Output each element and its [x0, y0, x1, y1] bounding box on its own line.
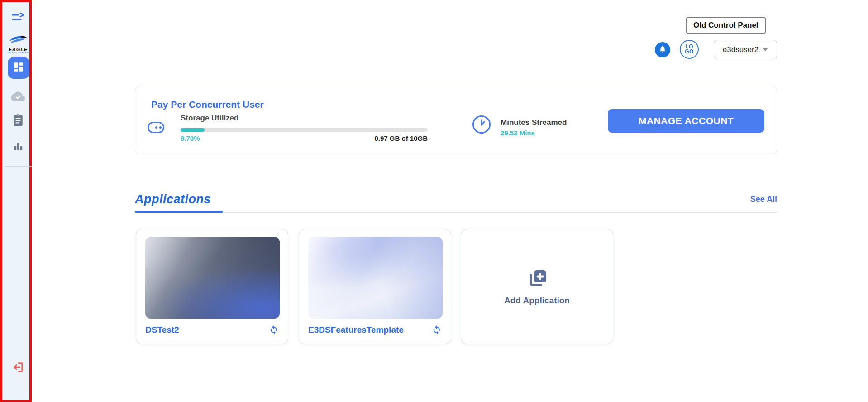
dashboard-grid-icon — [13, 61, 24, 75]
menu-expand-icon — [11, 12, 25, 24]
storage-percent-label: 9.70% — [181, 134, 200, 142]
add-application-label: Add Application — [504, 296, 570, 306]
eagle-logo[interactable]: EAGLE 3D STREAMING — [5, 32, 32, 57]
applications-divider — [135, 212, 777, 213]
eagle-swoosh-icon — [8, 34, 28, 47]
applications-section-title: Applications — [135, 192, 211, 206]
refresh-application-button[interactable] — [431, 324, 443, 336]
sidebar: EAGLE 3D STREAMING — [5, 5, 32, 402]
see-all-link[interactable]: See All — [730, 195, 777, 204]
brand-logo-badge[interactable]: LO GO — [680, 40, 699, 59]
refresh-icon — [431, 324, 442, 336]
storage-progress-fill — [181, 128, 205, 132]
sidebar-item-usage-stats[interactable] — [5, 139, 32, 155]
storage-icon — [148, 122, 164, 133]
minutes-streamed-value: 29.52 Mins — [501, 129, 535, 137]
application-name-label[interactable]: DSTest2 — [145, 325, 179, 335]
old-control-panel-button[interactable]: Old Control Panel — [686, 17, 766, 34]
storage-utilized-label: Storage Utilized — [181, 114, 238, 123]
application-name-label[interactable]: E3DSFeaturesTemplate — [308, 325, 404, 335]
sidebar-annotation-highlight: EAGLE 3D STREAMING — [0, 0, 32, 402]
storage-amount-label: 0.97 GB of 10GB — [337, 134, 428, 142]
sidebar-menu-toggle-button[interactable] — [5, 10, 32, 26]
account-plan-card: Pay Per Concurrent User Storage Utilized… — [135, 86, 777, 154]
user-account-dropdown[interactable]: e3dsuser2 — [714, 40, 777, 59]
eagle-logo-title: EAGLE — [9, 47, 28, 52]
sidebar-item-tasks[interactable] — [5, 113, 32, 129]
manage-account-button[interactable]: MANAGE ACCOUNT — [608, 109, 764, 133]
application-thumbnail[interactable] — [308, 237, 443, 319]
sidebar-divider — [5, 166, 32, 167]
add-application-icon — [526, 268, 548, 291]
logo-badge-text-bottom: GO — [685, 49, 694, 54]
refresh-icon — [268, 324, 279, 336]
cloud-check-icon — [11, 91, 25, 104]
storage-progress-bar — [181, 128, 428, 132]
refresh-application-button[interactable] — [268, 324, 280, 336]
dashboard-page: EAGLE 3D STREAMING — [0, 0, 868, 402]
logout-icon — [12, 361, 24, 375]
clipboard-icon — [12, 113, 24, 129]
application-thumbnail[interactable] — [145, 237, 280, 319]
sidebar-logout-button[interactable] — [5, 360, 32, 376]
plan-title: Pay Per Concurrent User — [151, 99, 264, 110]
sidebar-item-dashboard[interactable] — [8, 57, 29, 79]
eagle-logo-subtitle: 3D STREAMING — [7, 52, 29, 54]
notifications-button[interactable] — [655, 42, 670, 57]
clock-icon — [472, 115, 491, 134]
application-card-e3dsfeaturestemplate[interactable]: E3DSFeaturesTemplate — [299, 229, 451, 344]
applications-tab-underline — [135, 211, 223, 213]
username-label: e3dsuser2 — [723, 45, 758, 54]
chevron-down-icon — [763, 48, 768, 51]
bell-icon — [658, 45, 667, 55]
sidebar-item-cloud-sync[interactable] — [5, 90, 32, 105]
bar-chart-icon — [12, 140, 24, 154]
minutes-streamed-label: Minutes Streamed — [501, 118, 567, 127]
add-application-card[interactable]: Add Application — [461, 229, 613, 344]
application-card-dstest2[interactable]: DSTest2 — [136, 229, 288, 344]
